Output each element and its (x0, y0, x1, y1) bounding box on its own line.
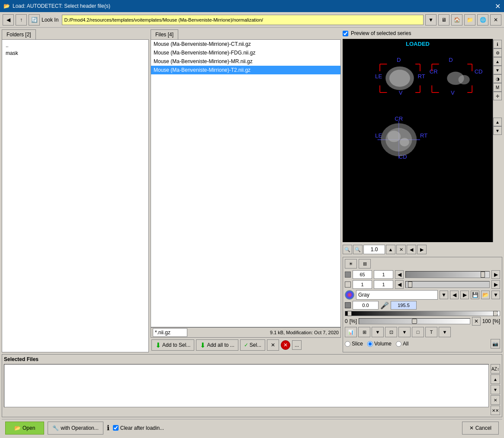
color-val4[interactable] (374, 280, 393, 289)
sf-down-btn[interactable]: ▼ (491, 385, 500, 394)
operation-button[interactable]: 🔧 with Operation... (48, 422, 103, 435)
zoom-prev-button[interactable]: ◀ (407, 245, 416, 254)
color-extra-btn[interactable]: ▼ (491, 291, 500, 299)
side-down2[interactable]: ▼ (493, 126, 502, 135)
zoom-up-button[interactable]: ▲ (386, 245, 395, 254)
gradient-thumb-left[interactable] (347, 311, 352, 316)
bookmarks-button[interactable]: 🌐 (477, 14, 488, 26)
cancel-button[interactable]: ✕ Cancel (462, 422, 499, 435)
preview-checkbox[interactable] (343, 31, 348, 36)
color-toggle2[interactable]: ⊞ (359, 259, 371, 269)
color-name-dropdown[interactable]: ▼ (440, 291, 448, 299)
selected-files-list[interactable] (4, 364, 489, 407)
max-val-input[interactable] (391, 301, 417, 310)
radio-row: Slice Volume All 📷 (345, 337, 500, 350)
sf-up-btn[interactable]: ▲ (491, 374, 500, 384)
color-arrow-left2[interactable]: ◀ (395, 280, 404, 289)
svg-text:CR: CR (430, 68, 438, 75)
zoom-out-button[interactable]: 🔍 (353, 245, 363, 254)
op-icon: 🔧 (52, 425, 59, 431)
slider-thumb-2[interactable] (408, 281, 412, 288)
folder-item-mask[interactable]: mask (4, 49, 147, 57)
dropdown-button[interactable]: ▼ (425, 14, 437, 26)
file-item-ct[interactable]: Mouse (Ma-Benveniste-Mirrione)-CT.nii.gz (151, 40, 340, 48)
files-tab[interactable]: Files [4] (151, 29, 178, 39)
toolbar-close-button[interactable]: ✕ (490, 14, 501, 26)
view-mode-btn[interactable]: 📷 (491, 339, 500, 348)
file-item-mr[interactable]: Mouse (Ma-Benveniste-Mirrione)-MR.nii.gz (151, 57, 340, 66)
more-button[interactable]: ... (292, 340, 302, 350)
zoom-in-button[interactable]: 🔍 (343, 245, 352, 254)
color-save-btn[interactable]: 💾 (471, 291, 479, 299)
file-item-t2[interactable]: Mouse (Ma-Benveniste-Mirrione)-T2.nii.gz (151, 66, 340, 74)
min-val-input[interactable] (353, 301, 379, 310)
folder-list[interactable]: .. mask (2, 39, 149, 352)
color-val2[interactable] (374, 270, 393, 279)
side-m-button[interactable]: M (493, 83, 502, 92)
zoom-next-button[interactable]: ▶ (417, 245, 427, 254)
side-crosshair-button[interactable]: ✛ (493, 92, 502, 100)
file-list[interactable]: Mouse (Ma-Benveniste-Mirrione)-CT.nii.gz… (151, 39, 341, 327)
sf-sort-btn[interactable]: AZ↕ (491, 364, 500, 374)
radio-volume[interactable]: Volume (367, 341, 392, 347)
folders-panel: Folders [2] .. mask (2, 29, 149, 352)
color-arrow-right1[interactable]: ▶ (491, 270, 500, 279)
tool-grid-btn[interactable]: ⊞ (358, 327, 370, 337)
side-scroll-down[interactable]: ▼ (493, 66, 502, 74)
gradient-bar[interactable]: ✕ (345, 311, 500, 316)
color-swatch-3 (345, 302, 351, 308)
clear-checkbox[interactable] (113, 425, 119, 431)
tool-square-btn[interactable]: □ (412, 327, 424, 337)
tool-hist-btn[interactable]: 📊 (345, 327, 357, 337)
new-folder-button[interactable]: 📁 (464, 14, 475, 26)
color-arrow-left1[interactable]: ◀ (395, 270, 404, 279)
percent-clear-btn[interactable]: ✕ (472, 317, 481, 326)
side-adjust-button[interactable]: ⚙ (493, 48, 502, 57)
tool-text-btn[interactable]: T (425, 327, 437, 337)
sel-button[interactable]: ✓ Sel... (240, 339, 265, 351)
color-arrow-right2[interactable]: ▶ (491, 280, 500, 289)
slider-1[interactable] (405, 271, 490, 278)
tool-overlay-btn[interactable]: ⊡ (385, 327, 397, 337)
home-button[interactable]: 🏠 (451, 14, 462, 26)
slider-2[interactable] (405, 281, 490, 288)
slider-thumb-1[interactable] (481, 272, 485, 278)
add-to-sel-button[interactable]: ⬇ Add to Sel... (151, 339, 194, 351)
folder-item-parent[interactable]: .. (4, 42, 147, 49)
zoom-input[interactable] (363, 245, 385, 254)
side-info-button[interactable]: ℹ (493, 40, 502, 48)
color-prev-btn[interactable]: ◀ (450, 291, 459, 299)
deselect-button[interactable]: ✕ (267, 339, 279, 351)
up-button[interactable]: ↑ (16, 14, 27, 26)
bottom-bar: 📂 Open 🔧 with Operation... ℹ Clear after… (2, 419, 502, 436)
folders-tab[interactable]: Folders [2] (2, 29, 36, 39)
color-next-btn[interactable]: ▶ (460, 291, 469, 299)
look-in-input[interactable] (62, 15, 424, 25)
radio-slice[interactable]: Slice (345, 341, 363, 347)
back-button[interactable]: ◀ (3, 14, 14, 26)
color-val1[interactable] (353, 270, 372, 279)
side-contrast-button[interactable]: ◑ (493, 74, 502, 83)
sf-clear-btn[interactable]: ✕✕ (491, 406, 500, 415)
percent-thumb[interactable] (412, 319, 417, 324)
file-item-fdg[interactable]: Mouse (Ma-Benveniste-Mirrione)-FDG.nii.g… (151, 48, 340, 57)
tool-grid-dropdown[interactable]: ▼ (372, 327, 384, 337)
file-filter-input[interactable] (153, 328, 187, 337)
tool-overlay-dropdown[interactable]: ▼ (398, 327, 411, 337)
side-up2[interactable]: ▲ (493, 118, 502, 126)
radio-all[interactable]: All (396, 341, 408, 347)
zoom-close-button[interactable]: ✕ (396, 245, 406, 254)
title-close-button[interactable]: ✕ (495, 2, 501, 10)
desktop-button[interactable]: 🖥 (438, 14, 449, 26)
sf-remove-btn[interactable]: ✕ (491, 395, 500, 405)
color-val3[interactable] (353, 280, 372, 289)
tool-text-dropdown[interactable]: ▼ (439, 327, 451, 337)
refresh-button[interactable]: 🔄 (29, 14, 40, 26)
color-load-btn[interactable]: 📂 (481, 291, 490, 299)
open-button[interactable]: 📂 Open (5, 422, 44, 435)
side-scroll-up[interactable]: ▲ (493, 57, 502, 66)
add-all-to-button[interactable]: ⬇ Add all to ... (196, 339, 238, 351)
percent-slider[interactable] (359, 318, 470, 324)
clear-button[interactable]: ✕ (281, 340, 290, 350)
color-toggle1[interactable]: ☀ (345, 259, 357, 269)
